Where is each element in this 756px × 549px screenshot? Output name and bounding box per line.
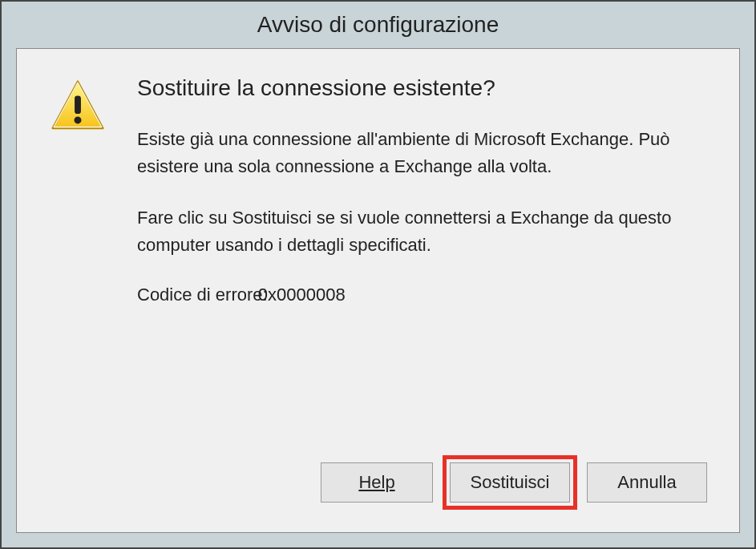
cancel-button[interactable]: Annulla (587, 462, 707, 503)
dialog-body: Sostituire la connessione esistente? Esi… (16, 48, 740, 533)
dialog-title: Avviso di configurazione (257, 12, 499, 38)
warning-icon (49, 73, 113, 139)
dialog-headline: Sostituire la connessione esistente? (137, 73, 707, 103)
text-area: Sostituire la connessione esistente? Esi… (113, 73, 707, 308)
dialog-window: Avviso di configurazione (0, 0, 756, 549)
title-bar: Avviso di configurazione (2, 2, 754, 48)
svg-rect-2 (75, 96, 81, 115)
svg-point-3 (75, 116, 82, 123)
help-button[interactable]: Help (321, 462, 433, 503)
error-code: 0x0000008 (258, 285, 346, 305)
replace-button[interactable]: Sostituisci (450, 462, 570, 503)
dialog-paragraph-2: Fare clic su Sostituisci se si vuole con… (137, 204, 707, 259)
content-row: Sostituire la connessione esistente? Esi… (49, 73, 707, 308)
highlighted-button-wrap: Sostituisci (443, 455, 577, 510)
error-label: Codice di errore: (137, 285, 268, 305)
button-row: Help Sostituisci Annulla (321, 455, 707, 510)
dialog-paragraph-1: Esiste già una connessione all'ambiente … (137, 126, 707, 180)
error-line: Codice di errore: 0x0000008 (137, 283, 707, 308)
